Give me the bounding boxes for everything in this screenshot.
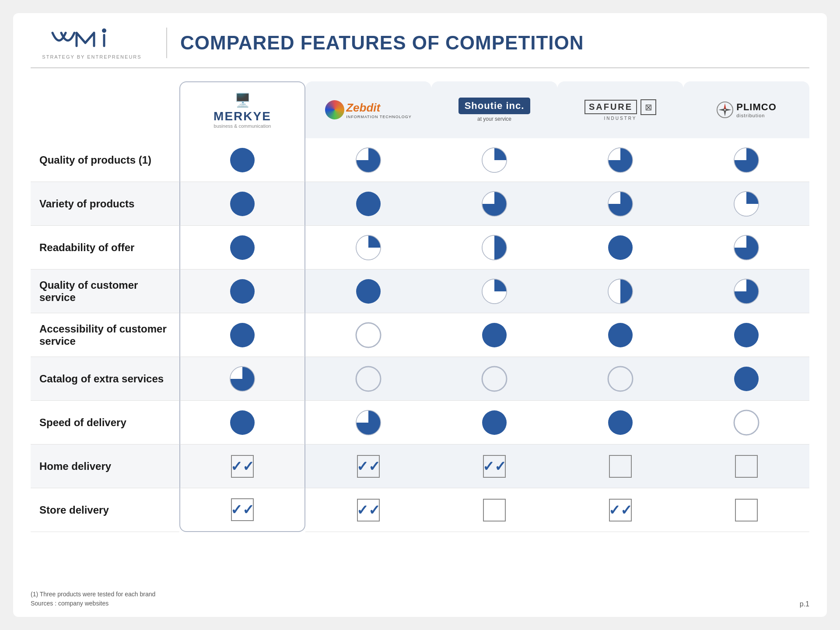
pie-partial-icon — [354, 234, 382, 262]
brand-header-plimco: PLIMCO distribution — [683, 81, 809, 138]
table-cell — [683, 270, 809, 313]
header-label-cell — [31, 81, 179, 138]
table-cell — [431, 313, 557, 357]
table-cell — [179, 270, 305, 313]
pie-partial-icon — [732, 277, 760, 305]
feature-label: Catalog of extra services — [31, 357, 179, 401]
svg-point-49 — [608, 367, 633, 391]
footer-notes: (1) Three products were tested for each … — [31, 590, 155, 608]
svg-point-55 — [608, 410, 633, 435]
table-cell: ✓ — [179, 488, 305, 532]
pie-empty-icon — [480, 365, 508, 393]
pie-full-icon — [606, 409, 634, 437]
pie-full-icon — [732, 321, 760, 349]
table-cell — [179, 226, 305, 270]
svg-point-54 — [482, 410, 507, 435]
table-cell — [179, 357, 305, 401]
pie-empty-icon — [732, 409, 760, 437]
shoutie-badge: Shoutie inc. — [458, 98, 531, 114]
pie-empty-icon — [354, 365, 382, 393]
feature-label: Speed of delivery — [31, 401, 179, 444]
table-cell — [683, 182, 809, 226]
zebdit-text: Zebdit information technology — [346, 101, 412, 119]
check-box-checked: ✓ — [231, 455, 254, 478]
table-cell — [557, 182, 683, 226]
table-cell — [305, 138, 431, 182]
svg-point-16 — [230, 192, 255, 216]
plimco-name: PLIMCO — [736, 102, 777, 113]
pie-partial-icon — [354, 409, 382, 437]
feature-label: Home delivery — [31, 444, 179, 488]
pie-full-icon — [228, 277, 256, 305]
zebdit-orb — [325, 100, 344, 119]
svg-point-40 — [230, 323, 255, 347]
pie-partial-icon — [480, 277, 508, 305]
table-cell — [431, 401, 557, 444]
table-cell — [305, 182, 431, 226]
table-cell — [683, 138, 809, 182]
table-cell — [557, 401, 683, 444]
svg-point-32 — [230, 279, 255, 304]
page-title: COMPARED FEATURES OF COMPETITION — [180, 32, 584, 54]
pie-full-icon — [606, 321, 634, 349]
pie-partial-icon — [606, 277, 634, 305]
pie-partial-icon — [606, 190, 634, 218]
table-cell: ✓ — [179, 444, 305, 488]
feature-label: Quality of products (1) — [31, 138, 179, 182]
table-cell — [179, 401, 305, 444]
table-cell — [431, 357, 557, 401]
table-cell — [431, 270, 557, 313]
pie-full-icon — [732, 365, 760, 393]
plimco-compass-icon — [716, 101, 734, 119]
shoutie-subtitle: at your service — [477, 116, 511, 122]
table-cell: ✓ — [305, 444, 431, 488]
table-cell — [683, 401, 809, 444]
comparison-table: 🖥️ MERKYE business & communication Zebdi… — [31, 81, 809, 532]
pie-full-icon — [354, 277, 382, 305]
table-cell — [305, 357, 431, 401]
table-cell — [431, 138, 557, 182]
svg-point-42 — [482, 323, 507, 347]
brand-header-zebdit: Zebdit information technology — [305, 81, 431, 138]
check-box-empty — [609, 455, 632, 478]
pie-empty-icon — [606, 365, 634, 393]
svg-point-33 — [356, 279, 381, 304]
table-cell — [305, 270, 431, 313]
feature-label: Quality of customer service — [31, 270, 179, 313]
table-cell — [179, 182, 305, 226]
table-cell — [557, 444, 683, 488]
svg-point-48 — [482, 367, 507, 391]
safure-subtitle: INDUSTRY — [604, 116, 637, 121]
table-cell: ✓ — [557, 488, 683, 532]
pie-full-icon — [228, 190, 256, 218]
zebdit-name: Zebdit — [346, 101, 412, 115]
svg-marker-5 — [718, 108, 725, 111]
merkye-icon: 🖥️ — [234, 92, 251, 108]
safure-name: SAFURE — [584, 100, 637, 114]
table-cell — [557, 226, 683, 270]
pie-partial-icon — [354, 146, 382, 174]
table-cell: ✓ — [431, 444, 557, 488]
table-cell — [683, 488, 809, 532]
pie-partial-icon — [732, 190, 760, 218]
zebdit-logo: Zebdit information technology — [325, 100, 412, 119]
table-cell — [557, 138, 683, 182]
safure-wrap: SAFURE ⊠ — [584, 99, 656, 115]
table-cell — [557, 313, 683, 357]
svg-point-0 — [102, 28, 106, 33]
svg-point-51 — [230, 410, 255, 435]
table-cell — [431, 182, 557, 226]
feature-label: Accessibility of customer service — [31, 313, 179, 357]
plimco-subtitle: distribution — [736, 113, 777, 118]
pie-full-icon — [228, 234, 256, 262]
table-cell — [557, 357, 683, 401]
plimco-wrap: PLIMCO distribution — [716, 101, 777, 119]
pie-full-icon — [228, 146, 256, 174]
pie-partial-icon — [606, 146, 634, 174]
svg-point-41 — [356, 323, 381, 347]
pie-full-icon — [480, 409, 508, 437]
zebdit-subtitle: information technology — [346, 115, 412, 119]
svg-point-17 — [356, 192, 381, 216]
table-cell — [683, 313, 809, 357]
slide: STRATEGY BY ENTREPRENEURS COMPARED FEATU… — [13, 13, 827, 617]
